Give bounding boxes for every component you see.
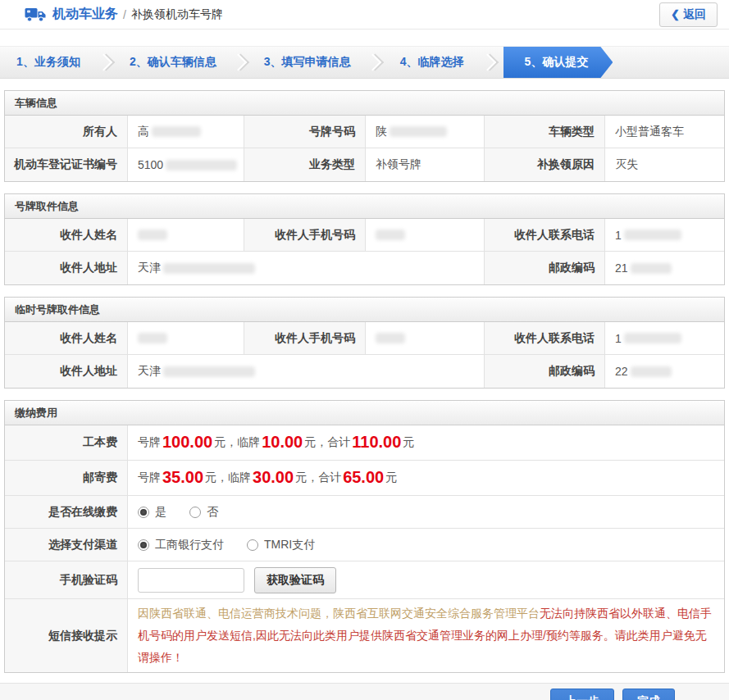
production-fee-label: 工本费 [5, 425, 128, 461]
postal-code-value: 21 [605, 252, 724, 284]
step-separator-icon [97, 47, 115, 78]
business-type-value: 补领号牌 [366, 148, 485, 181]
temp-postal-code-label: 邮政编码 [485, 355, 605, 388]
breadcrumb-current: 补换领机动车号牌 [131, 7, 223, 22]
postage-plate-amount: 35.00 [162, 468, 203, 487]
recipient-name-value [128, 219, 244, 252]
plate-pickup-title: 号牌取件信息 [5, 194, 724, 219]
sms-notice-text: 因陕西省联通、电信运营商技术问题，陕西省互联网交通安全综合服务管理平台无法向持陕… [128, 599, 724, 672]
sms-code-label: 手机验证码 [5, 561, 128, 599]
radio-icon[interactable] [189, 507, 201, 518]
online-payment-yes-label: 是 [155, 505, 166, 520]
registration-cert-value: 5100 [128, 148, 244, 181]
production-plate-amount: 100.00 [162, 433, 212, 452]
top-header-bar: 机动车业务 / 补换领机动车号牌 ❮ 返回 [0, 0, 729, 30]
replace-reason-label: 补换领原因 [485, 148, 605, 181]
business-type-label: 业务类型 [244, 148, 366, 181]
plate-number-label: 号牌号码 [244, 116, 366, 148]
recipient-name-label: 收件人姓名 [5, 219, 128, 252]
temp-postal-code-value: 22 [605, 355, 724, 388]
production-total-amount: 110.00 [352, 433, 401, 452]
temp-recipient-phone-label: 收件人联系电话 [485, 322, 605, 355]
online-payment-options: 是 否 [128, 496, 724, 529]
vehicle-type-value: 小型普通客车 [605, 116, 724, 148]
production-fee-value: 号牌 100.00元， 临牌 10.00元， 合计 110.00元 [128, 425, 724, 461]
step-separator-icon [481, 47, 499, 78]
redacted-blur [152, 126, 201, 137]
redacted-blur [138, 230, 167, 240]
step-3-fill-application[interactable]: 3、填写申请信息 [249, 47, 366, 78]
channel-icbc-radio[interactable]: 工商银行支付 [138, 538, 224, 552]
step-1-business-notice[interactable]: 1、业务须知 [0, 47, 97, 78]
postage-fee-value: 号牌 35.00元， 临牌 30.00元， 合计 65.00元 [128, 461, 724, 496]
payment-fees-section: 缴纳费用 工本费 号牌 100.00元， 临牌 10.00元， 合计 110.0… [4, 400, 725, 673]
online-payment-no-radio[interactable]: 否 [189, 505, 218, 520]
production-temp-amount: 10.00 [262, 433, 303, 452]
sms-code-row: 获取验证码 [128, 561, 724, 599]
redacted-blur [390, 126, 447, 137]
online-payment-yes-radio[interactable]: 是 [138, 505, 166, 520]
back-chevron-icon: ❮ [671, 8, 680, 20]
redacted-blur [376, 230, 405, 240]
recipient-address-label: 收件人地址 [5, 252, 128, 284]
redacted-blur [624, 333, 681, 343]
step-5-confirm-submit[interactable]: 5、确认提交 [503, 47, 613, 78]
step-separator-icon [366, 47, 384, 78]
recipient-mobile-label: 收件人手机号码 [244, 219, 366, 252]
registration-cert-label: 机动车登记证书编号 [5, 148, 128, 181]
previous-step-button[interactable]: 上一步 [550, 689, 614, 700]
radio-icon[interactable] [138, 539, 149, 551]
payment-channel-options: 工商银行支付 TMRI支付 [128, 529, 724, 561]
vehicle-info-section: 车辆信息 所有人 高 号牌号码 陕 车辆类型 小型普通客车 机动车登记证书编号 … [4, 90, 725, 182]
temp-recipient-name-label: 收件人姓名 [5, 322, 128, 355]
redacted-blur [624, 230, 681, 240]
recipient-phone-label: 收件人联系电话 [485, 219, 605, 252]
temp-recipient-address-label: 收件人地址 [5, 355, 128, 388]
redacted-blur [631, 263, 672, 274]
redacted-blur [376, 333, 405, 343]
footer-action-bar: 上一步 完成 [0, 683, 729, 700]
temp-plate-pickup-title: 临时号牌取件信息 [5, 298, 724, 322]
plate-number-value: 陕 [366, 116, 485, 148]
page-title: 机动车业务 [52, 6, 118, 23]
plate-pickup-section: 号牌取件信息 收件人姓名 收件人手机号码 收件人联系电话 1 收件人地址 天津 … [4, 193, 725, 285]
postage-temp-amount: 30.00 [253, 468, 294, 487]
redacted-blur [631, 366, 672, 377]
temp-plate-pickup-section: 临时号牌取件信息 收件人姓名 收件人手机号码 收件人联系电话 1 收件人地址 天… [4, 297, 725, 389]
back-button[interactable]: ❮ 返回 [659, 2, 718, 27]
get-sms-code-button[interactable]: 获取验证码 [254, 567, 336, 593]
channel-tmri-radio[interactable]: TMRI支付 [247, 538, 315, 552]
postage-fee-label: 邮寄费 [5, 461, 128, 496]
temp-recipient-mobile-value [366, 322, 485, 355]
sms-code-input[interactable] [138, 568, 244, 593]
channel-tmri-label: TMRI支付 [264, 538, 315, 552]
payment-channel-label: 选择支付渠道 [5, 529, 128, 561]
temp-recipient-address-value: 天津 [128, 355, 485, 388]
postal-code-label: 邮政编码 [485, 252, 605, 284]
replace-reason-value: 灭失 [605, 148, 724, 181]
redacted-blur [163, 263, 255, 274]
radio-icon[interactable] [138, 507, 149, 518]
online-payment-no-label: 否 [207, 505, 218, 520]
temp-recipient-name-value [128, 322, 244, 355]
recipient-mobile-value [366, 219, 485, 252]
recipient-address-value: 天津 [128, 252, 485, 284]
vehicle-info-title: 车辆信息 [5, 91, 724, 116]
postage-total-amount: 65.00 [343, 468, 384, 487]
redacted-blur [166, 160, 237, 170]
radio-icon[interactable] [247, 539, 258, 551]
redacted-blur [138, 333, 167, 343]
temp-recipient-phone-value: 1 [605, 322, 724, 355]
step-2-confirm-vehicle[interactable]: 2、确认车辆信息 [115, 47, 231, 78]
recipient-phone-value: 1 [605, 219, 724, 252]
step-separator-icon [231, 47, 249, 78]
online-payment-label: 是否在线缴费 [5, 496, 128, 529]
step-4-temp-plate-select[interactable]: 4、临牌选择 [384, 47, 481, 78]
vehicle-type-label: 车辆类型 [485, 116, 605, 148]
redacted-blur [163, 366, 255, 377]
channel-icbc-label: 工商银行支付 [155, 538, 224, 552]
owner-value: 高 [128, 116, 244, 148]
wizard-steps: 1、业务须知 2、确认车辆信息 3、填写申请信息 4、临牌选择 5、确认提交 [0, 46, 729, 79]
finish-button[interactable]: 完成 [622, 689, 675, 700]
truck-icon [25, 7, 46, 22]
